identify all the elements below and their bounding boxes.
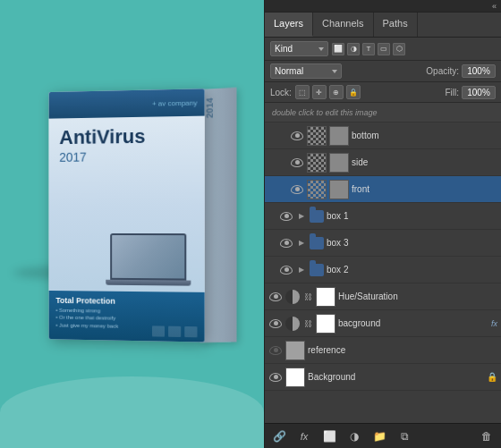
add-adjustment-button[interactable]: ◑: [345, 427, 363, 445]
tab-paths[interactable]: Paths: [374, 13, 418, 37]
blend-dropdown-arrow: [332, 70, 337, 73]
filter-smart-icon[interactable]: ⬡: [393, 43, 405, 55]
layer-visibility-hue[interactable]: [268, 290, 283, 304]
folder-icon-box3: [310, 237, 324, 249]
eye-icon: [269, 373, 282, 382]
layer-row-box3[interactable]: ▶ box 3: [265, 230, 501, 257]
layer-name-bg: Background: [308, 372, 480, 382]
layer-name-background: bacground: [338, 318, 485, 328]
bottom-curve: [0, 376, 264, 448]
lock-position-icon[interactable]: ✛: [312, 85, 327, 99]
box-body: AntiVirus 2017 Total Protection • Someth…: [48, 115, 204, 342]
layer-visibility-box3[interactable]: [279, 236, 293, 250]
layer-row-bottom[interactable]: bottom: [265, 123, 501, 149]
box-brand: + av company: [151, 98, 197, 107]
eye-icon: [269, 319, 282, 328]
layer-lock-badge: 🔒: [487, 372, 497, 382]
filter-shape-icon[interactable]: ▭: [378, 43, 390, 55]
add-group-button[interactable]: 📁: [370, 427, 388, 445]
tab-layers[interactable]: Layers: [265, 13, 313, 37]
blend-mode-dropdown[interactable]: Normal: [270, 63, 342, 79]
group-label-text: double click to edit this image: [272, 108, 378, 117]
layer-thumb-front: [307, 180, 327, 199]
layer-thumb-reference: [285, 341, 305, 360]
layers-list: bottom side front: [265, 123, 501, 423]
layer-visibility-side[interactable]: [290, 156, 304, 170]
layer-row-front[interactable]: front: [265, 176, 501, 203]
lock-all-icon[interactable]: 🔒: [346, 85, 361, 99]
eye-icon: [291, 185, 303, 194]
layer-thumb-side: [307, 153, 327, 173]
product-box: 2014 + av company AntiVirus 2017 Tot: [22, 69, 245, 378]
box-header: + av company: [48, 89, 204, 118]
eye-icon: [280, 239, 293, 248]
box-footer: Total Protection • Something strong• Or …: [48, 290, 204, 342]
box-front-face: + av company AntiVirus 2017 Total Protec…: [48, 89, 204, 342]
layer-name-reference: reference: [308, 345, 497, 355]
adjustment-icon-background: [285, 317, 300, 331]
layer-visibility-background[interactable]: [268, 317, 283, 331]
duplicate-layer-button[interactable]: ⧉: [395, 427, 413, 445]
lock-row: Lock: ⬚ ✛ ⊕ 🔒 Fill: 100%: [265, 82, 501, 103]
layer-visibility-box1[interactable]: [279, 209, 293, 224]
layer-thumb-bg: [285, 368, 305, 387]
layer-row-bg[interactable]: Background 🔒: [265, 364, 501, 391]
layer-name-box1: box 1: [327, 211, 497, 221]
laptop-screen: [110, 232, 186, 280]
box-footer-title: Total Protection: [55, 295, 197, 306]
layer-row-hue[interactable]: ⛓ Hue/Saturation: [265, 283, 501, 310]
lock-artboard-icon[interactable]: ⊕: [329, 85, 344, 99]
layer-visibility-bg[interactable]: [268, 370, 283, 385]
filter-text-icon[interactable]: T: [362, 43, 375, 55]
folder-icon-box1: [310, 210, 324, 223]
layer-visibility-box2[interactable]: [279, 263, 293, 277]
box-title: AntiVirus: [59, 124, 193, 148]
layer-row-background[interactable]: ⛓ bacground fx: [265, 310, 501, 337]
layer-visibility-reference[interactable]: [268, 343, 283, 358]
layer-row-reference[interactable]: reference: [265, 337, 501, 364]
opacity-value[interactable]: 100%: [462, 64, 496, 78]
layer-row-box1[interactable]: ▶ box 1: [265, 203, 501, 230]
eye-icon: [291, 131, 303, 140]
panel-collapse-handle[interactable]: «: [265, 0, 501, 13]
footer-icon-tablet: [168, 325, 181, 336]
laptop-illustration: [110, 232, 200, 292]
layer-name-box3: box 3: [327, 238, 497, 248]
adjustment-icon-hue: [285, 290, 300, 304]
layer-thumb-bottom: [307, 126, 327, 146]
panel-tab-bar: Layers Channels Paths: [265, 13, 501, 38]
opacity-control: Opacity: 100%: [426, 64, 496, 78]
kind-dropdown[interactable]: Kind: [270, 41, 328, 56]
filter-adjustment-icon[interactable]: ◑: [347, 43, 360, 55]
layer-name-side: side: [352, 157, 497, 167]
lock-label: Lock:: [270, 88, 292, 97]
lock-pixels-button[interactable]: ⬚: [295, 85, 310, 99]
filter-pixel-icon[interactable]: ⬜: [332, 43, 344, 55]
layer-name-front: front: [352, 184, 497, 194]
layer-expand-box1[interactable]: ▶: [296, 211, 307, 222]
collapse-arrows-icon: «: [492, 2, 497, 11]
layer-row-side[interactable]: side: [265, 149, 501, 176]
delete-layer-button[interactable]: 🗑: [478, 427, 496, 445]
layer-expand-box2[interactable]: ▶: [296, 265, 307, 275]
laptop-screen-inner: [112, 234, 184, 278]
layer-name-bottom: bottom: [352, 131, 497, 140]
fill-value[interactable]: 100%: [462, 86, 496, 99]
fill-control: Fill: 100%: [445, 86, 496, 99]
fx-button[interactable]: fx: [295, 427, 313, 445]
product-area: 2014 + av company AntiVirus 2017 Tot: [0, 0, 264, 448]
opacity-label: Opacity:: [426, 66, 459, 76]
layer-visibility-bottom[interactable]: [290, 129, 304, 143]
eye-icon: [280, 266, 293, 275]
tab-channels[interactable]: Channels: [313, 13, 373, 37]
link-layers-button[interactable]: 🔗: [270, 427, 288, 445]
layer-visibility-front[interactable]: [290, 182, 304, 197]
layer-fx-badge: fx: [491, 319, 497, 328]
layer-name-box2: box 2: [327, 265, 497, 275]
add-mask-button[interactable]: ⬜: [320, 427, 338, 445]
kind-filter-icons: ⬜ ◑ T ▭ ⬡: [332, 43, 405, 55]
layers-panel: « Layers Channels Paths Kind ⬜ ◑ T ▭ ⬡ N…: [264, 0, 501, 448]
layer-expand-box3[interactable]: ▶: [296, 238, 307, 249]
box-year: 2017: [59, 148, 193, 165]
layer-row-box2[interactable]: ▶ box 2: [265, 257, 501, 283]
